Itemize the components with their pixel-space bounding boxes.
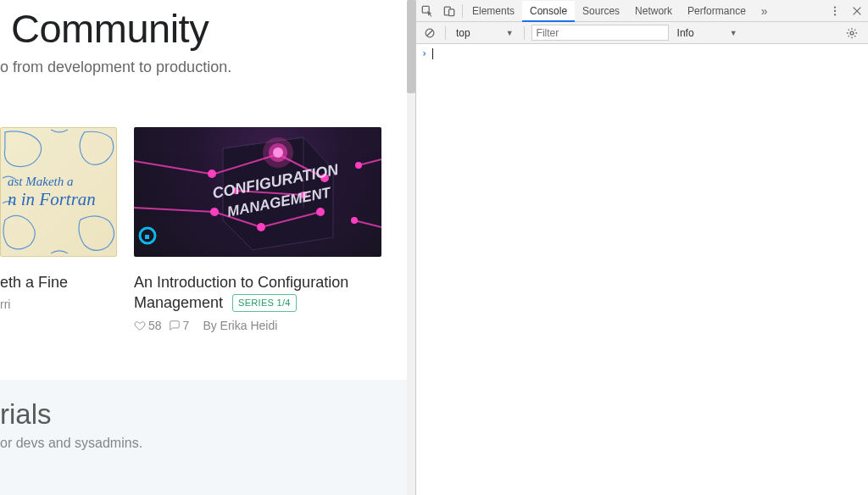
hero: Community o from development to producti… — [0, 0, 415, 76]
tab-performance[interactable]: Performance — [680, 0, 754, 22]
devtools-tabstrip: Elements Console Sources Network Perform… — [416, 0, 868, 22]
device-toolbar-icon[interactable] — [438, 0, 460, 22]
console-prompt-line[interactable]: › — [421, 47, 863, 59]
svg-point-32 — [834, 9, 836, 11]
close-devtools-icon[interactable] — [846, 0, 868, 22]
svg-point-23 — [273, 147, 283, 158]
page-title: Community — [11, 5, 415, 52]
tab-sources[interactable]: Sources — [575, 0, 627, 22]
page-subtitle: o from development to production. — [0, 58, 415, 76]
article-thumbnail: CONFIGURATION MANAGEMENT — [134, 127, 381, 257]
dropdown-triangle-icon: ▼ — [730, 29, 737, 37]
separator — [524, 26, 525, 40]
filter-input[interactable] — [531, 25, 669, 41]
svg-point-15 — [257, 223, 265, 231]
tutorials-subtitle: or devs and sysadmins. — [0, 436, 415, 451]
article-thumbnail: ast Maketh a n in Fortran — [0, 127, 117, 257]
article-card[interactable]: ast Maketh a n in Fortran eth a Fine rri — [0, 127, 117, 332]
article-card[interactable]: CONFIGURATION MANAGEMENT An Introduction… — [134, 127, 381, 332]
more-tabs-button[interactable]: » — [754, 0, 776, 22]
article-meta: 58 7 By Erika Heidi — [134, 319, 381, 332]
svg-point-31 — [834, 6, 836, 8]
page-scrollbar[interactable] — [407, 0, 415, 495]
svg-line-6 — [354, 220, 381, 227]
dropdown-triangle-icon: ▼ — [506, 29, 514, 37]
thumb-line-1: ast Maketh a — [8, 175, 96, 189]
series-badge: SERIES 1/4 — [232, 294, 297, 312]
card-row: ast Maketh a n in Fortran eth a Fine rri — [0, 127, 415, 332]
svg-line-5 — [359, 159, 381, 165]
tutorials-section: rials or devs and sysadmins. — [0, 380, 415, 495]
tutorials-title: rials — [0, 398, 415, 431]
thumb-line-2: n in Fortran — [8, 189, 96, 210]
svg-point-19 — [351, 217, 358, 224]
webpage-viewport: Community o from development to producti… — [0, 0, 415, 495]
svg-point-16 — [316, 208, 325, 216]
context-label: top — [456, 27, 470, 39]
tab-elements[interactable]: Elements — [465, 0, 522, 22]
svg-rect-30 — [449, 8, 454, 15]
scrollbar-thumb[interactable] — [407, 0, 415, 93]
svg-rect-27 — [145, 235, 149, 239]
heart-icon — [134, 320, 146, 331]
svg-line-37 — [427, 30, 433, 36]
article-author: rri — [0, 298, 10, 311]
svg-point-12 — [208, 170, 216, 178]
comments[interactable]: 7 — [169, 319, 190, 332]
svg-point-20 — [355, 162, 362, 169]
tab-console[interactable]: Console — [522, 1, 575, 22]
clear-console-icon[interactable] — [421, 22, 438, 44]
tab-network[interactable]: Network — [627, 0, 680, 22]
article-author: By Erika Heidi — [203, 319, 277, 332]
separator — [462, 4, 463, 18]
console-settings-icon[interactable] — [841, 22, 863, 44]
config-management-illustration: CONFIGURATION MANAGEMENT — [134, 127, 381, 257]
console-output[interactable]: › — [416, 44, 868, 495]
svg-point-38 — [850, 31, 854, 35]
like-count: 58 — [148, 319, 162, 332]
comment-icon — [169, 320, 181, 331]
svg-point-13 — [210, 208, 219, 216]
separator — [445, 26, 446, 40]
log-level-selector[interactable]: Info ▼ — [674, 25, 741, 41]
svg-point-33 — [834, 14, 836, 15]
devtools-panel: Elements Console Sources Network Perform… — [415, 0, 868, 495]
kebab-menu-icon[interactable] — [824, 0, 846, 22]
inspect-element-icon[interactable] — [416, 0, 438, 22]
console-toolbar: top ▼ Info ▼ — [416, 22, 868, 44]
comment-count: 7 — [183, 319, 190, 332]
article-title[interactable]: eth a Fine — [0, 272, 117, 292]
likes[interactable]: 58 — [134, 319, 162, 332]
article-title[interactable]: An Introduction to Configuration Managem… — [134, 272, 381, 314]
svg-line-4 — [134, 208, 214, 212]
context-selector[interactable]: top ▼ — [453, 25, 517, 41]
level-label: Info — [677, 27, 694, 39]
thumbnail-text: ast Maketh a n in Fortran — [8, 175, 96, 210]
svg-line-3 — [134, 161, 210, 174]
prompt-chevron-icon: › — [421, 47, 427, 59]
article-meta: rri — [0, 298, 117, 311]
text-caret — [432, 48, 433, 59]
